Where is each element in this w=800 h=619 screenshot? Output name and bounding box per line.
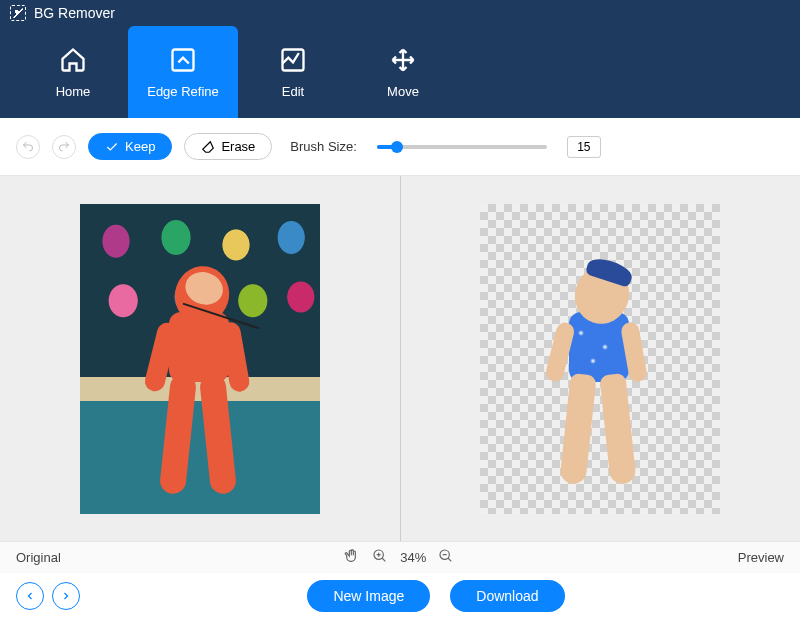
footer: New Image Download	[0, 573, 800, 619]
original-canvas	[80, 204, 320, 514]
prev-button[interactable]	[16, 582, 44, 610]
status-bar: Original 34% Preview	[0, 541, 800, 573]
preview-canvas	[480, 204, 720, 514]
erase-icon	[201, 140, 215, 154]
tab-edit[interactable]: Edit	[238, 26, 348, 118]
erase-button[interactable]: Erase	[184, 133, 272, 160]
hand-tool-button[interactable]	[344, 548, 360, 567]
zoom-out-icon	[438, 548, 454, 564]
keep-button[interactable]: Keep	[88, 133, 172, 160]
toolbar: Keep Erase Brush Size: 15	[0, 118, 800, 176]
next-button[interactable]	[52, 582, 80, 610]
tab-home[interactable]: Home	[18, 26, 128, 118]
move-icon	[389, 46, 417, 74]
main-tabs: Home Edge Refine Edit Move	[0, 26, 800, 118]
app-logo-icon	[10, 5, 26, 21]
svg-rect-0	[173, 49, 194, 70]
undo-icon	[22, 141, 34, 153]
zoom-in-icon	[372, 548, 388, 564]
redo-button[interactable]	[52, 135, 76, 159]
workspace	[0, 176, 800, 541]
chevron-left-icon	[24, 590, 36, 602]
brush-size-value[interactable]: 15	[567, 136, 601, 158]
redo-icon	[58, 141, 70, 153]
zoom-out-button[interactable]	[438, 548, 454, 567]
tab-home-label: Home	[56, 84, 91, 99]
brush-size-label: Brush Size:	[290, 139, 356, 154]
new-image-button[interactable]: New Image	[307, 580, 430, 612]
erase-label: Erase	[221, 139, 255, 154]
edge-refine-icon	[169, 46, 197, 74]
tab-move-label: Move	[387, 84, 419, 99]
keep-label: Keep	[125, 139, 155, 154]
tab-edge-refine-label: Edge Refine	[147, 84, 219, 99]
hand-icon	[344, 548, 360, 564]
preview-label: Preview	[738, 550, 784, 565]
titlebar: BG Remover	[0, 0, 800, 26]
undo-button[interactable]	[16, 135, 40, 159]
zoom-in-button[interactable]	[372, 548, 388, 567]
chevron-right-icon	[60, 590, 72, 602]
zoom-level: 34%	[400, 550, 426, 565]
download-button[interactable]: Download	[450, 580, 564, 612]
preview-pane[interactable]	[401, 176, 801, 541]
original-label: Original	[16, 550, 61, 565]
app-title: BG Remover	[34, 5, 115, 21]
slider-thumb[interactable]	[391, 141, 403, 153]
home-icon	[59, 46, 87, 74]
keep-icon	[105, 140, 119, 154]
tab-move[interactable]: Move	[348, 26, 458, 118]
zoom-controls: 34%	[344, 548, 454, 567]
edit-icon	[279, 46, 307, 74]
subject-cutout	[535, 266, 665, 506]
tab-edit-label: Edit	[282, 84, 304, 99]
app-header: BG Remover Home Edge Refine Edit Move	[0, 0, 800, 118]
subject-mask	[135, 266, 265, 506]
original-pane[interactable]	[0, 176, 401, 541]
tab-edge-refine[interactable]: Edge Refine	[128, 26, 238, 118]
brush-size-slider[interactable]	[377, 145, 547, 149]
